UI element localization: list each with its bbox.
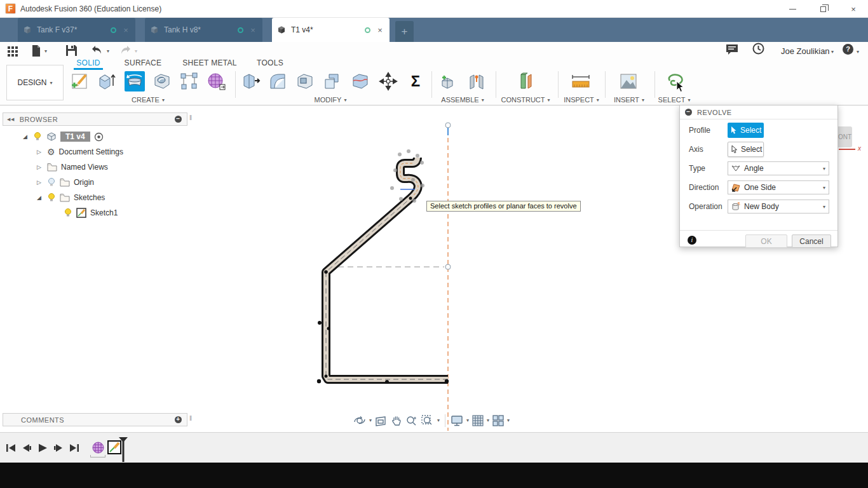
dialog-footer: i OK Cancel: [680, 230, 837, 247]
timeline-form-feature[interactable]: [92, 442, 104, 454]
one-side-icon: [731, 184, 740, 192]
tree-item-root[interactable]: ◢ T1 v4: [0, 129, 123, 144]
direction-dropdown[interactable]: One Side ▾: [728, 180, 829, 194]
comments-expand-icon[interactable]: +: [175, 416, 182, 423]
bulb-on-icon[interactable]: [33, 132, 42, 142]
browser-tree: ◢ T1 v4 ▷ ⚙ Document Settings ▷ Named Vi…: [0, 129, 123, 220]
caret-down-icon: ▾: [823, 185, 825, 191]
grid-caret-icon[interactable]: ▾: [487, 417, 489, 423]
browser-title: BROWSER: [20, 116, 58, 123]
zoom-window-caret-icon[interactable]: ▾: [437, 417, 440, 423]
panel-minus-icon[interactable]: −: [175, 116, 182, 123]
bulb-on-icon[interactable]: [64, 208, 72, 218]
cancel-button[interactable]: Cancel: [792, 234, 831, 248]
sketch-profile: [326, 158, 448, 379]
settings-gear-icon: ⚙: [47, 147, 55, 157]
ok-button[interactable]: OK: [745, 234, 787, 248]
timeline-position-marker[interactable]: [118, 437, 128, 463]
zoom-icon[interactable]: [405, 415, 418, 426]
viewcube[interactable]: ONT: [838, 126, 852, 147]
tree-item-sketch1[interactable]: Sketch1: [0, 205, 123, 220]
panel-splitter-handle[interactable]: ‖: [189, 114, 192, 121]
comments-title: COMMENTS: [21, 416, 64, 424]
navbar-divider: [445, 414, 445, 427]
display-settings-icon[interactable]: [451, 415, 463, 426]
viewports-caret-icon[interactable]: ▾: [507, 417, 510, 423]
axis-select-button[interactable]: Select: [728, 142, 764, 157]
twisty-expanded-icon[interactable]: ◢: [37, 194, 43, 201]
folder-icon: [60, 193, 70, 202]
windows-taskbar: [0, 463, 868, 488]
folder-icon: [47, 163, 57, 172]
pan-icon[interactable]: [391, 415, 402, 426]
construction-handle: [445, 264, 451, 269]
timeline-skip-end-button[interactable]: [69, 442, 80, 454]
navigation-bar: ▾ ▾ ▾ ▾ ▾: [353, 412, 510, 428]
viewcube-x-axis: [839, 149, 855, 150]
timeline-step-back-button[interactable]: [21, 442, 32, 454]
profile-label: Profile: [689, 126, 710, 135]
caret-down-icon: ▾: [823, 166, 825, 172]
twisty-expanded-icon[interactable]: ◢: [23, 133, 29, 140]
mouse-cursor-icon: [676, 81, 685, 93]
tree-item-label[interactable]: Sketch1: [90, 208, 118, 217]
look-at-icon[interactable]: [375, 415, 388, 426]
new-body-icon: [731, 202, 740, 211]
caret-down-icon: ▾: [823, 204, 825, 210]
axis-label: Axis: [689, 145, 703, 154]
viewports-icon[interactable]: [492, 415, 504, 426]
comments-splitter-handle[interactable]: ‖: [189, 415, 192, 422]
comments-header[interactable]: COMMENTS +: [3, 413, 187, 426]
activate-radio-icon[interactable]: [94, 132, 104, 142]
sketch-icon: [76, 208, 86, 218]
revolve-dialog: − REVOLVE Profile Select Axis Select Typ…: [679, 105, 838, 247]
twisty-collapsed-icon[interactable]: ▷: [37, 149, 43, 155]
cursor-icon: [731, 126, 737, 135]
profile-select-button[interactable]: Select: [728, 123, 764, 138]
tree-item-label[interactable]: Named Views: [61, 163, 108, 172]
direction-label: Direction: [689, 183, 719, 192]
type-label: Type: [689, 164, 705, 173]
orbit-caret-icon[interactable]: ▾: [369, 417, 372, 423]
tree-item-label[interactable]: Origin: [74, 178, 94, 187]
zoom-window-icon[interactable]: [421, 415, 434, 426]
component-icon: [46, 132, 57, 142]
rollup-bracket: [90, 455, 105, 458]
browser-header[interactable]: ◀◀ BROWSER −: [3, 112, 187, 126]
tree-item-label[interactable]: Sketches: [74, 193, 105, 202]
bulb-off-icon[interactable]: [47, 177, 56, 187]
timeline-skip-start-button[interactable]: [5, 442, 17, 454]
tree-item-origin[interactable]: ▷ Origin: [0, 175, 123, 190]
axis-top-handle: [445, 123, 451, 128]
timeline-play-button[interactable]: [37, 442, 48, 454]
collapse-panel-icon[interactable]: ◀◀: [7, 117, 15, 122]
info-icon[interactable]: i: [688, 236, 696, 245]
tree-item-document-settings[interactable]: ▷ ⚙ Document Settings: [0, 144, 123, 159]
angle-type-icon: [731, 165, 740, 172]
grid-settings-icon[interactable]: [472, 415, 484, 426]
operation-label: Operation: [689, 202, 722, 211]
canvas-tooltip: Select sketch profiles or planar faces t…: [426, 201, 581, 212]
bulb-on-icon[interactable]: [47, 193, 56, 203]
type-dropdown[interactable]: Angle ▾: [728, 161, 829, 175]
dialog-collapse-icon[interactable]: −: [685, 109, 692, 116]
tree-item-label[interactable]: Document Settings: [59, 147, 123, 156]
dialog-header[interactable]: − REVOLVE: [680, 105, 837, 119]
cursor-icon: [731, 146, 738, 154]
timeline-bar: ⚙: [0, 432, 868, 463]
folder-icon: [60, 178, 70, 187]
tree-item-named-views[interactable]: ▷ Named Views: [0, 159, 123, 175]
dialog-title: REVOLVE: [697, 109, 732, 116]
display-caret-icon[interactable]: ▾: [466, 417, 469, 423]
tree-item-label[interactable]: T1 v4: [60, 132, 90, 142]
twisty-collapsed-icon[interactable]: ▷: [37, 164, 43, 170]
tree-item-sketches[interactable]: ◢ Sketches: [0, 190, 123, 205]
viewcube-x-label: x: [858, 145, 861, 152]
twisty-collapsed-icon[interactable]: ▷: [37, 179, 43, 186]
operation-dropdown[interactable]: New Body ▾: [728, 200, 829, 214]
timeline-step-forward-button[interactable]: [53, 442, 64, 454]
orbit-icon[interactable]: [353, 414, 366, 427]
